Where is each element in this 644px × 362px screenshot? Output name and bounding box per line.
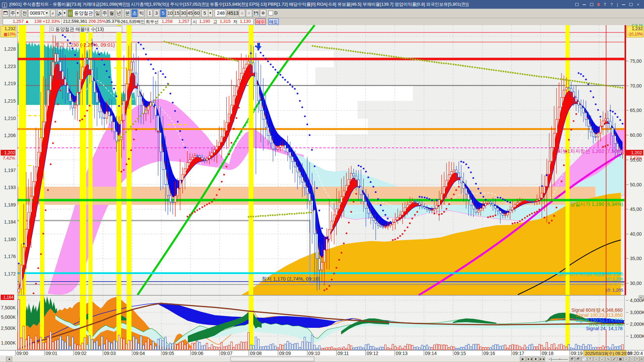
svg-text:1,210: 1,210 (4, 116, 16, 121)
svg-text:최저 1,170 (2,74%, 09:10): 최저 1,170 (2,74%, 09:10) (262, 276, 320, 282)
svg-text:1,228: 1,228 (4, 46, 16, 52)
svg-text:2,000K: 2,000K (630, 321, 644, 327)
svg-text:당일시가 1,190 (6,34%): 당일시가 1,190 (6,34%) (570, 201, 623, 207)
svg-text:09:18: 09:18 (542, 351, 553, 356)
svg-text:1,202: 1,202 (631, 150, 642, 155)
svg-text:1,223: 1,223 (4, 64, 16, 69)
svg-text:1,193: 1,193 (4, 185, 16, 190)
svg-text:1,164: 1,164 (3, 295, 13, 300)
svg-text:7,500K: 7,500K (1, 305, 16, 310)
svg-text:최고 1,230 (-2,28%, 09:01): 최고 1,230 (-2,28%, 09:01) (55, 42, 115, 48)
svg-text:09:13: 09:13 (396, 351, 408, 356)
svg-text:40,00: 40,00 (630, 231, 642, 237)
svg-text:09:12: 09:12 (367, 351, 378, 356)
svg-text:35,00: 35,00 (630, 256, 642, 261)
svg-text:동양철관 매물대 수(13): 동양철관 매물대 수(13) (55, 26, 104, 32)
svg-text:1,189: 1,189 (4, 202, 16, 207)
svg-text:5,000K: 5,000K (1, 314, 16, 320)
svg-text:×: × (640, 296, 642, 300)
svg-text:(고가+시가+저가)/3 제곱평:40: 1,185: (고가+시가+저가)/3 제곱평:40: 1,185 (557, 272, 623, 277)
svg-text:1,180: 1,180 (4, 237, 16, 242)
svg-text:30,00: 30,00 (630, 281, 642, 286)
svg-text:1,202: 1,202 (4, 150, 15, 155)
svg-text:09:19: 09:19 (571, 351, 583, 356)
svg-text:09:09: 09:09 (279, 351, 291, 356)
svg-text:09:02: 09:02 (75, 351, 87, 356)
svg-text:Signal 60래량:4,048,660: Signal 60래량:4,048,660 (571, 307, 623, 313)
svg-text:09:01: 09:01 (46, 351, 57, 356)
svg-text:75,00: 75,00 (630, 58, 642, 64)
svg-text:2,500K: 2,500K (1, 325, 16, 331)
svg-text:10: 1,205: 10: 1,205 (605, 288, 623, 293)
svg-text:Signal 100:23,813,850: Signal 100:23,813,850 (576, 312, 623, 318)
svg-text:1,219: 1,219 (4, 81, 16, 86)
svg-text:09:14: 09:14 (425, 351, 437, 356)
svg-text:1,176: 1,176 (4, 254, 16, 259)
svg-text:피봇1차저항선 1,202 (7,50%): 피봇1차저항선 1,202 (7,50%) (557, 148, 623, 154)
svg-text:09:15: 09:15 (454, 351, 466, 356)
svg-text:09:20:4: 09:20:4 (627, 351, 643, 356)
svg-text:09:17: 09:17 (513, 351, 524, 356)
svg-text:65,00: 65,00 (630, 108, 642, 113)
svg-text:09:11: 09:11 (337, 351, 349, 356)
svg-text:Signal 24: 14,178: Signal 24: 14,178 (586, 326, 623, 331)
svg-text:60,00: 60,00 (630, 132, 642, 138)
svg-text:70,00: 70,00 (630, 83, 642, 88)
svg-text:2025/03/19(수) 09:20:10: 2025/03/19(수) 09:20:10 (585, 351, 632, 356)
svg-text:▦10%: ▦10% (4, 32, 16, 37)
svg-text:7,42%: 7,42% (630, 156, 642, 161)
svg-text:09:06: 09:06 (192, 351, 203, 356)
svg-text:09:00: 09:00 (16, 351, 28, 356)
svg-text:1,184: 1,184 (4, 219, 16, 225)
svg-text:1,215: 1,215 (4, 98, 16, 104)
svg-text:1,197: 1,197 (4, 168, 16, 173)
svg-text:09:03: 09:03 (104, 351, 116, 356)
svg-text:1,206: 1,206 (4, 133, 16, 138)
svg-text:5: 1,203: 5: 1,203 (607, 283, 623, 288)
svg-text:45,00: 45,00 (630, 206, 642, 212)
svg-text:50,00: 50,00 (630, 182, 642, 187)
svg-text:1,232: 1,232 (4, 26, 15, 31)
svg-text:1,000K: 1,000K (630, 334, 644, 339)
svg-text:09:05: 09:05 (162, 351, 174, 356)
svg-text:1,172: 1,172 (4, 271, 16, 277)
svg-text:09:07: 09:07 (221, 351, 232, 356)
svg-text:3,000K: 3,000K (630, 310, 644, 315)
svg-text:C:9.74: C:9.74 (632, 23, 643, 27)
svg-text:09:08: 09:08 (250, 351, 262, 356)
svg-text:09:16: 09:16 (483, 351, 495, 356)
svg-text:10: 1,206: 10: 1,206 (605, 277, 623, 282)
svg-text:09:10: 09:10 (308, 351, 320, 356)
svg-text:1,000K: 1,000K (1, 340, 16, 346)
svg-text:7,42%: 7,42% (3, 156, 15, 161)
svg-text:09:04: 09:04 (133, 351, 145, 356)
svg-text:-10,10%: -10,10% (628, 32, 643, 37)
